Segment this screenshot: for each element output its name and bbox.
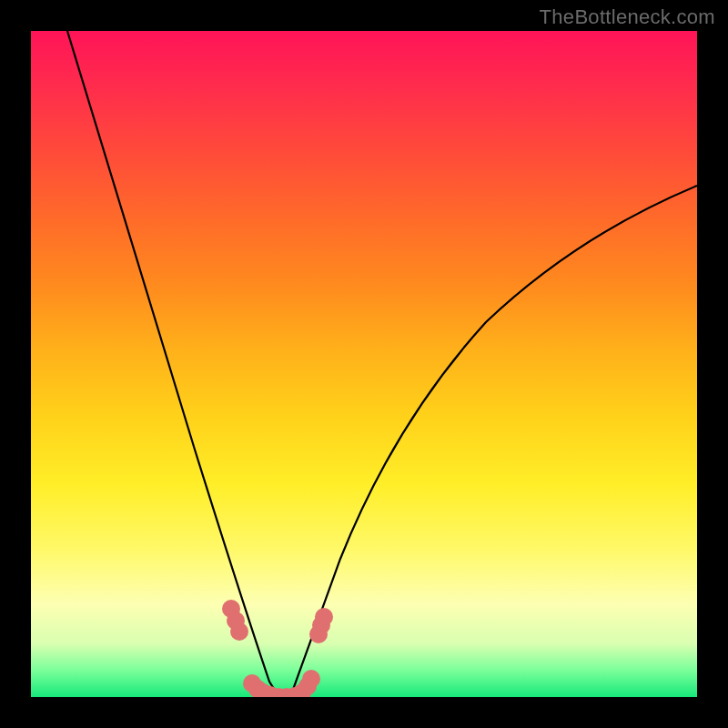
svg-point-16 [315,608,333,626]
attribution-text: TheBottleneck.com [540,5,715,29]
curve-right [290,186,697,697]
highlight-dots [222,600,333,697]
curves-layer [31,31,697,697]
svg-point-3 [230,622,248,641]
plot-area [31,31,697,697]
svg-point-13 [302,670,320,688]
curve-left [67,31,286,697]
chart-frame: TheBottleneck.com [0,0,728,728]
